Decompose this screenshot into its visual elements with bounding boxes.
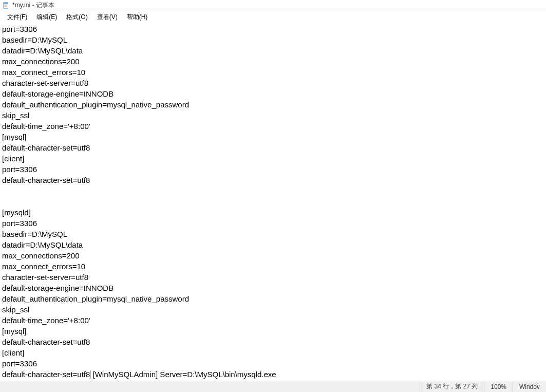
status-bar: 第 34 行，第 27 列 100% Windov [0, 381, 546, 392]
text-line: port=3306 [2, 165, 37, 174]
menu-help[interactable]: 帮助(H) [123, 12, 152, 23]
title-bar: *my.ini - 记事本 [0, 0, 546, 11]
text-line: character-set-server=utf8 [2, 273, 88, 282]
text-line: skip_ssl [2, 305, 29, 314]
status-position: 第 34 行，第 27 列 [420, 381, 484, 392]
notepad-icon [2, 2, 10, 10]
text-line: max_connect_errors=10 [2, 68, 85, 77]
text-line: default_authentication_plugin=mysql_nati… [2, 100, 189, 109]
svg-rect-1 [4, 2, 8, 4]
text-line: port=3306 [2, 359, 37, 368]
text-line: default-character-set=utf8 [2, 176, 90, 184]
text-line: character-set-server=utf8 [2, 79, 88, 87]
text-line: [mysql] [2, 133, 27, 141]
status-zoom: 100% [484, 381, 513, 392]
text-line: max_connections=200 [2, 251, 80, 260]
text-line: [WinMySQLAdmin] Server=D:\MySQL\bin\mysq… [90, 370, 276, 379]
text-line: datadir=D:\MySQL\data [2, 46, 83, 55]
text-line: max_connections=200 [2, 57, 80, 66]
text-line: [mysqld] [2, 208, 31, 217]
text-line: basedir=D:\MySQL [2, 230, 67, 238]
text-line: default-storage-engine=INNODB [2, 284, 114, 292]
text-line: [client] [2, 154, 24, 163]
text-line: default-character-set=utf8 [2, 143, 90, 152]
menu-file[interactable]: 文件(F) [3, 12, 31, 23]
window-title: *my.ini - 记事本 [12, 1, 54, 10]
menu-view[interactable]: 查看(V) [93, 12, 122, 23]
text-line: default-storage-engine=INNODB [2, 89, 114, 98]
text-line: [client] [2, 348, 24, 357]
text-line: default-time_zone='+8:00' [2, 316, 90, 325]
menu-format[interactable]: 格式(O) [62, 12, 91, 23]
text-line: port=3306 [2, 25, 37, 33]
text-line: default-time_zone='+8:00' [2, 122, 90, 130]
text-line: default_authentication_plugin=mysql_nati… [2, 294, 189, 303]
text-line: skip_ssl [2, 111, 29, 120]
status-encoding: Windov [513, 381, 546, 392]
text-line: port=3306 [2, 219, 37, 228]
menu-edit[interactable]: 编辑(E) [32, 12, 61, 23]
text-line: max_connect_errors=10 [2, 262, 85, 271]
text-line: default-character-set=utf8 [2, 370, 90, 379]
text-line: basedir=D:\MySQL [2, 35, 67, 44]
text-line: default-character-set=utf8 [2, 338, 90, 346]
text-editor-area[interactable]: port=3306 basedir=D:\MySQL datadir=D:\My… [0, 23, 546, 381]
menu-bar: 文件(F) 编辑(E) 格式(O) 查看(V) 帮助(H) [0, 11, 546, 23]
text-line: datadir=D:\MySQL\data [2, 240, 83, 249]
text-line: [mysql] [2, 327, 27, 335]
